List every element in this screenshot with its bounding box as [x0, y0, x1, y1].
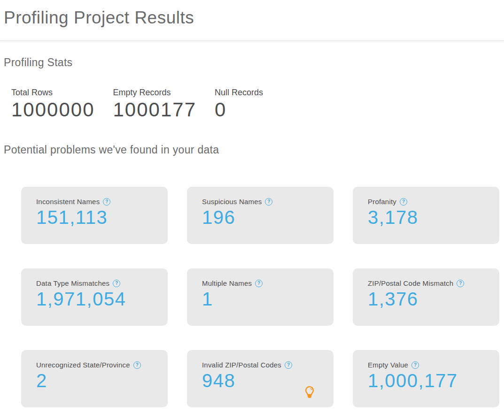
- lightbulb-icon[interactable]: [304, 386, 315, 402]
- card-value: 1,376: [368, 289, 490, 310]
- stat-block: Total Rows 1000000: [11, 88, 95, 121]
- help-icon[interactable]: ?: [400, 198, 407, 206]
- problem-cards-grid: Inconsistent Names ? 151,113 Suspicious …: [21, 187, 500, 407]
- card-label: Suspicious Names: [202, 198, 262, 206]
- card-value: 1,000,177: [368, 370, 490, 391]
- card-label-row: Empty Value ?: [368, 361, 490, 369]
- stat-block: Null Records 0: [215, 88, 297, 121]
- card-label-row: Suspicious Names ?: [202, 198, 324, 206]
- problem-card[interactable]: Profanity ? 3,178: [353, 187, 499, 244]
- help-icon[interactable]: ?: [457, 280, 464, 287]
- help-icon[interactable]: ?: [411, 361, 419, 369]
- card-label-row: ZIP/Postal Code Mismatch ?: [368, 279, 490, 287]
- help-icon[interactable]: ?: [103, 198, 110, 206]
- stat-label: Null Records: [215, 88, 297, 98]
- stat-block: Empty Records 1000177: [113, 88, 197, 121]
- stat-value: 1000000: [11, 99, 95, 121]
- main-content: Profiling Stats Total Rows 1000000 Empty…: [0, 56, 504, 407]
- card-value: 3,178: [368, 207, 490, 228]
- card-label: ZIP/Postal Code Mismatch: [368, 279, 453, 287]
- stat-value: 1000177: [113, 99, 197, 121]
- card-label: Unrecognized State/Province: [36, 361, 130, 369]
- card-label-row: Profanity ?: [368, 198, 490, 206]
- problem-card[interactable]: Empty Value ? 1,000,177: [353, 350, 499, 407]
- card-value: 2: [36, 370, 158, 391]
- help-icon[interactable]: ?: [113, 280, 120, 287]
- help-icon[interactable]: ?: [285, 361, 292, 369]
- card-label: Data Type Mismatches: [36, 279, 109, 287]
- profiling-stats-row: Total Rows 1000000 Empty Records 1000177…: [11, 88, 500, 121]
- card-label: Empty Value: [368, 361, 408, 369]
- card-label: Invalid ZIP/Postal Codes: [202, 361, 281, 369]
- card-label: Profanity: [368, 198, 396, 206]
- problem-card[interactable]: Suspicious Names ? 196: [187, 187, 333, 244]
- card-label: Inconsistent Names: [36, 198, 100, 206]
- card-label-row: Data Type Mismatches ?: [36, 279, 158, 287]
- help-icon[interactable]: ?: [265, 198, 272, 206]
- stat-label: Total Rows: [11, 88, 95, 98]
- card-value: 1: [202, 289, 324, 310]
- problem-card[interactable]: Invalid ZIP/Postal Codes ? 948: [187, 350, 333, 407]
- page-title: Profiling Project Results: [4, 8, 504, 28]
- card-label-row: Multiple Names ?: [202, 279, 324, 287]
- help-icon[interactable]: ?: [133, 361, 141, 369]
- problem-card[interactable]: Inconsistent Names ? 151,113: [21, 187, 168, 244]
- card-label-row: Inconsistent Names ?: [36, 198, 158, 206]
- problem-card[interactable]: Multiple Names ? 1: [187, 268, 333, 326]
- card-value: 196: [202, 207, 324, 228]
- problem-card[interactable]: ZIP/Postal Code Mismatch ? 1,376: [353, 268, 499, 326]
- help-icon[interactable]: ?: [255, 280, 263, 287]
- page-header: Profiling Project Results: [0, 0, 504, 41]
- stat-value: 0: [215, 99, 297, 121]
- card-label-row: Invalid ZIP/Postal Codes ?: [202, 361, 324, 369]
- problem-card[interactable]: Unrecognized State/Province ? 2: [21, 350, 168, 407]
- card-value: 151,113: [36, 207, 158, 228]
- stat-label: Empty Records: [113, 88, 197, 98]
- problems-heading: Potential problems we've found in your d…: [4, 144, 500, 156]
- problem-card[interactable]: Data Type Mismatches ? 1,971,054: [21, 268, 168, 326]
- card-label-row: Unrecognized State/Province ?: [36, 361, 158, 369]
- card-label: Multiple Names: [202, 279, 252, 287]
- card-value: 1,971,054: [36, 289, 158, 310]
- profiling-stats-heading: Profiling Stats: [4, 56, 500, 69]
